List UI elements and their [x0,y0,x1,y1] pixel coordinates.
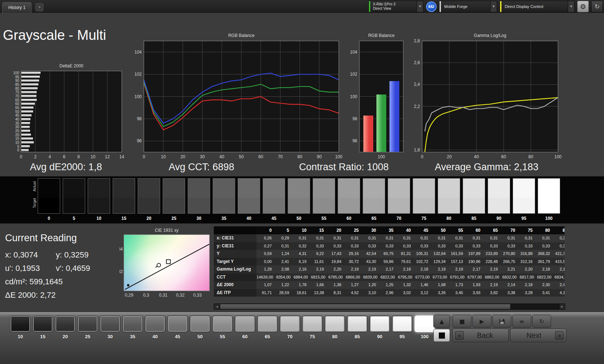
table-cell: 0,31 [378,234,396,242]
svg-text:DeltaE 2000: DeltaE 2000 [59,63,83,68]
patch-button-10[interactable]: 10 [10,315,30,339]
svg-text:30: 30 [15,125,20,129]
table-row-label: CCT [214,273,257,281]
patch-button-95[interactable]: 95 [392,315,412,339]
session-refresh-button[interactable]: ↻ [591,1,603,12]
chevron-down-icon[interactable]: ▼ [417,1,423,12]
patch-button-100[interactable]: 100 [415,315,435,339]
patch-button-90[interactable]: 90 [370,315,390,339]
table-column-header: 5 [274,226,291,234]
table-cell: 6822,00 [380,273,397,281]
topbar-controls: X-Rite i1Pro 3 Direct View ▼ 642 Mobile … [368,1,603,12]
svg-text:65: 65 [15,98,20,102]
back-button[interactable]: « Back [453,329,509,342]
table-cell: 43,30 [361,258,378,266]
svg-text:14: 14 [119,154,124,159]
table-cell: 2,20 [517,265,535,273]
table-horizontal-scrollbar[interactable]: ◄ ► [214,304,565,310]
patch-button-55[interactable]: 55 [212,315,233,339]
patch-button-85[interactable]: 85 [347,315,367,339]
table-cell: 1,73 [448,281,465,289]
patch-up-button[interactable]: ▲ [433,315,450,328]
scrollbar-thumb[interactable] [220,304,511,309]
table-cell: 8354,00 [275,273,293,281]
scrollbar-track[interactable] [511,304,559,309]
table-cell: 2,18 [413,265,430,273]
patch-button-65[interactable]: 65 [257,315,278,339]
table-cell: 0,33 [343,242,361,250]
table-cell: 1,27 [343,281,361,289]
table-cell: 1,20 [361,281,378,289]
next-button[interactable]: Next » [510,329,566,342]
display-control-dropdown[interactable]: Direct Display Control ▼ [500,1,575,12]
patch-window-button[interactable] [433,329,450,342]
table-cell: 0,33 [309,242,326,250]
patch-button-25[interactable]: 25 [78,315,98,339]
table-cell: 129,34 [430,258,448,266]
svg-text:98: 98 [353,116,358,121]
add-tab-button[interactable]: + [36,3,43,11]
patch-button-50[interactable]: 50 [190,315,210,339]
table-cell: 0,31 [274,242,291,250]
table-cell: 6797,00 [467,273,484,281]
scroll-right-arrow[interactable]: ► [559,304,565,309]
next-label: Next [513,331,555,340]
meter-dropdown[interactable]: X-Rite i1Pro 3 Direct View ▼ [368,1,424,12]
grayscale-swatch-20: 20 [138,178,160,221]
patch-button-15[interactable]: 15 [33,315,53,339]
swatch-row: 0510152025303540455055606570758085909510… [38,178,560,221]
table-cell: 0,31 [500,234,517,242]
patch-button-45[interactable]: 45 [167,315,188,339]
history-tab[interactable]: History 1 [2,2,32,13]
svg-text:25: 25 [15,129,20,133]
scroll-left-arrow[interactable]: ◄ [214,304,220,309]
svg-text:80: 80 [15,87,20,91]
patch-button-75[interactable]: 75 [302,315,322,339]
svg-text:40: 40 [474,154,479,159]
stop-icon: ■ [459,318,465,325]
patch-button-20[interactable]: 20 [55,315,75,339]
swatch-level-label: 45 [263,216,285,221]
patch-label: 45 [167,334,188,339]
svg-text:2,2: 2,2 [414,104,420,109]
play-button[interactable]: ▶ [472,315,491,328]
patch-button-40[interactable]: 40 [145,315,165,339]
table-cell: 161,59 [448,250,465,258]
settings-button[interactable]: ⚙ [577,1,589,12]
save-button[interactable] [492,315,511,328]
patch-button-80[interactable]: 80 [325,315,345,339]
table-cell: 270,80 [500,250,517,258]
refresh-button[interactable]: ↻ [532,315,551,328]
swatch-level-label: 40 [238,216,260,221]
svg-text:85: 85 [15,83,20,87]
patch-label: 35 [122,334,143,339]
source-dropdown[interactable]: Mobile Forge ▼ [439,1,497,12]
table-cell: 6815,00 [310,273,328,281]
svg-text:1,8: 1,8 [414,147,420,152]
chevron-down-icon[interactable]: ▼ [490,1,497,12]
table-cell: 0,33 [413,242,430,250]
svg-text:12: 12 [105,154,110,159]
table-column-header: 65 [483,226,500,234]
patch-button-30[interactable]: 30 [100,315,120,339]
svg-text:0,33: 0,33 [193,293,202,298]
patch-button-70[interactable]: 70 [280,315,300,339]
table-cell: 2,19 [361,265,378,273]
table-cell: 0,31 [309,234,326,242]
continuous-measure-button[interactable]: ∞ [512,315,531,328]
table-cell: 0,33 [500,242,517,250]
svg-text:104: 104 [350,50,357,55]
display-control-name: Direct Display Control [501,1,568,12]
svg-text:60: 60 [15,102,20,106]
patch-button-35[interactable]: 35 [122,315,143,339]
table-cell: 29,16 [343,250,361,258]
svg-text:90: 90 [317,154,322,159]
stop-button[interactable]: ■ [453,315,471,328]
chevron-down-icon[interactable]: ▼ [568,1,574,12]
table-cell: 3,26 [430,289,448,297]
patch-button-60[interactable]: 60 [235,315,255,339]
table-cell: 3,82 [483,289,500,297]
svg-text:55: 55 [15,106,20,110]
svg-text:0: 0 [20,154,22,159]
avg-de2000-stat: Avg dE2000: 1,8 [30,162,102,173]
